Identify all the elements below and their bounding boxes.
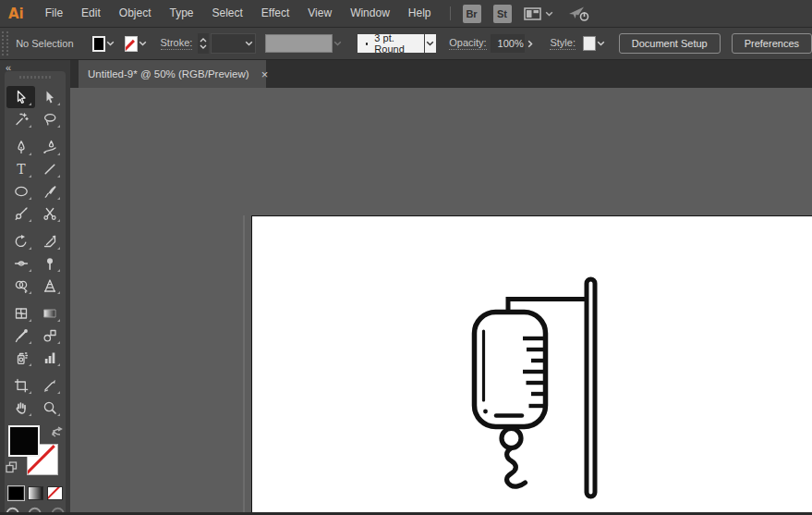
fill-proxy-swatch[interactable] — [8, 425, 40, 457]
blend-icon — [42, 328, 57, 343]
default-fill-stroke-icon[interactable] — [6, 460, 18, 477]
menu-item-select[interactable]: Select — [203, 0, 252, 27]
menu-item-object[interactable]: Object — [110, 0, 161, 27]
tool-row — [5, 325, 66, 347]
tab-close-icon[interactable]: × — [261, 68, 269, 80]
menu-item-help[interactable]: Help — [399, 0, 441, 27]
control-bar-grip[interactable] — [2, 31, 8, 55]
pen-tool[interactable] — [6, 136, 35, 158]
menu-item-file[interactable]: File — [36, 0, 72, 27]
menu-item-window[interactable]: Window — [341, 0, 399, 27]
lasso-tool[interactable] — [35, 108, 64, 130]
stroke-panel-link[interactable]: Stroke: — [161, 37, 193, 50]
hand-tool[interactable] — [6, 397, 35, 419]
menu-item-effect[interactable]: Effect — [252, 0, 298, 27]
color-mode-buttons — [5, 486, 66, 500]
chevron-down-icon — [426, 41, 434, 46]
color-button[interactable] — [8, 486, 24, 500]
eyedropper-tool[interactable] — [6, 325, 35, 347]
symbol-sprayer-tool[interactable] — [6, 347, 35, 369]
scale-tool[interactable] — [35, 230, 64, 252]
paintbrush-tool[interactable] — [35, 180, 64, 202]
opacity-expand-button[interactable] — [525, 34, 535, 53]
document-tab-title: Untitled-9* @ 50% (RGB/Preview) — [88, 68, 249, 80]
direct-selection-tool[interactable] — [35, 86, 64, 108]
stroke-color-swatch[interactable] — [125, 36, 138, 52]
ellipse-tool[interactable] — [6, 180, 35, 202]
artboard-tool[interactable] — [6, 374, 35, 397]
document-tab[interactable]: Untitled-9* @ 50% (RGB/Preview) × — [79, 60, 266, 88]
artboard-icon — [14, 378, 29, 393]
shape-builder-icon — [14, 278, 29, 293]
tools-panel-grip[interactable] — [19, 76, 51, 79]
selection-icon — [14, 90, 29, 104]
menu-item-type[interactable]: Type — [160, 0, 202, 27]
stroke-weight-stepper[interactable] — [198, 33, 209, 54]
menu-item-edit[interactable]: Edit — [72, 0, 110, 27]
tool-row — [5, 202, 66, 225]
blend-tool[interactable] — [35, 325, 64, 347]
slice-tool[interactable] — [35, 374, 64, 397]
eyedropper-icon — [14, 328, 29, 343]
artboard[interactable] — [251, 215, 812, 515]
opacity-input[interactable]: 100% — [491, 34, 526, 53]
puppet-warp-icon — [42, 256, 57, 271]
menu-separator — [450, 6, 451, 20]
stock-button[interactable]: St — [493, 5, 512, 23]
canvas-area[interactable] — [70, 88, 812, 515]
swap-fill-stroke-icon[interactable] — [51, 424, 63, 441]
opacity-panel-link[interactable]: Opacity: — [449, 37, 486, 50]
gpu-performance-icon[interactable] — [568, 6, 592, 22]
iv-drip-artwork[interactable] — [465, 272, 612, 512]
svg-text:T: T — [17, 162, 26, 177]
scissors-tool[interactable] — [35, 202, 64, 225]
shape-builder-tool[interactable] — [6, 275, 35, 297]
line-segment-tool[interactable] — [35, 158, 64, 180]
mesh-icon — [14, 306, 29, 321]
style-panel-link[interactable]: Style: — [550, 37, 576, 50]
none-button[interactable] — [47, 486, 63, 500]
gradient-tool[interactable] — [35, 302, 64, 325]
brush-definition-dropdown[interactable]: 3 pt. Round — [358, 34, 424, 53]
graphic-style-swatch[interactable] — [583, 36, 596, 51]
fill-color-chevron[interactable] — [105, 35, 115, 52]
tool-row — [5, 252, 66, 275]
gradient-button[interactable] — [28, 486, 43, 500]
stepper-down-icon — [200, 44, 207, 49]
width-tool[interactable] — [6, 252, 35, 275]
canvas-column: Untitled-9* @ 50% (RGB/Preview) × — [70, 60, 812, 515]
mesh-tool[interactable] — [6, 302, 35, 325]
shaper-tool[interactable] — [6, 202, 35, 225]
tool-row: T — [5, 158, 66, 180]
control-bar: No Selection Stroke: 3 pt. Round — [0, 28, 812, 60]
style-chevron[interactable] — [596, 35, 606, 52]
document-tab-bar: Untitled-9* @ 50% (RGB/Preview) × — [70, 60, 812, 88]
scissors-icon — [42, 206, 57, 221]
puppet-warp-tool[interactable] — [35, 252, 64, 275]
brush-dot-icon — [366, 43, 368, 45]
magic-wand-icon — [14, 112, 29, 127]
bridge-button[interactable]: Br — [463, 5, 481, 23]
width-profile-dropdown-disabled — [265, 34, 333, 53]
selection-tool[interactable] — [6, 86, 35, 108]
stepper-up-icon — [200, 38, 207, 43]
slice-icon — [42, 378, 57, 393]
workspace-switcher[interactable] — [524, 7, 553, 20]
document-setup-button[interactable]: Document Setup — [619, 33, 721, 54]
perspective-grid-tool[interactable] — [35, 275, 64, 297]
curvature-tool[interactable] — [35, 136, 64, 158]
fill-color-swatch[interactable] — [92, 36, 105, 52]
stroke-color-chevron[interactable] — [138, 35, 148, 52]
stroke-weight-dropdown[interactable] — [211, 33, 256, 54]
magic-wand-tool[interactable] — [6, 108, 35, 130]
perspective-grid-icon — [42, 278, 57, 293]
type-tool[interactable]: T — [6, 158, 35, 180]
preferences-button[interactable]: Preferences — [732, 33, 812, 54]
zoom-tool[interactable] — [35, 397, 64, 419]
rotate-tool[interactable] — [6, 230, 35, 252]
brush-definition-chevron[interactable] — [425, 34, 437, 53]
illustrator-window: Ai FileEditObjectTypeSelectEffectViewWin… — [0, 0, 812, 515]
column-graph-tool[interactable] — [35, 347, 64, 369]
tool-row — [5, 302, 66, 325]
menu-item-view[interactable]: View — [298, 0, 341, 27]
